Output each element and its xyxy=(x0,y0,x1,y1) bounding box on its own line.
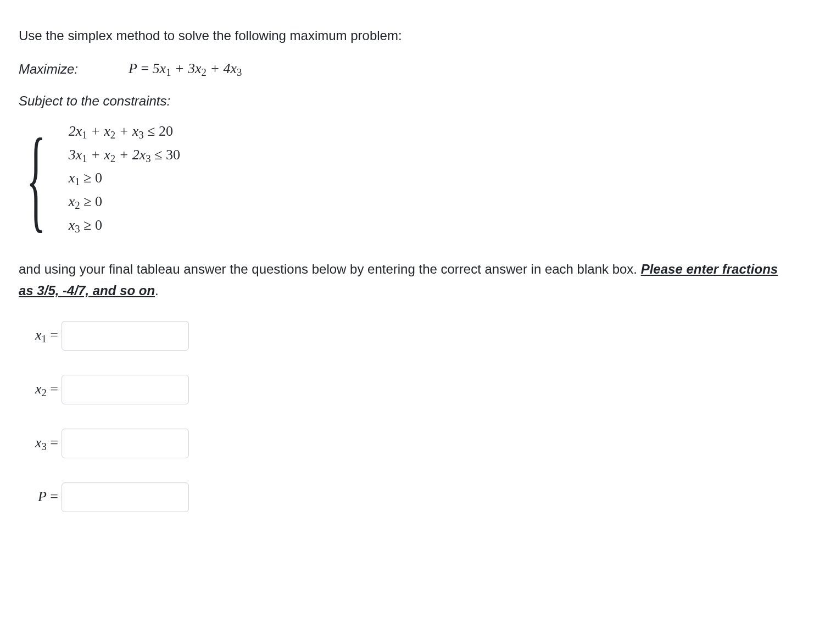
constraint-row: 3x1 + x2 + 2x3 ≤ 30 xyxy=(69,143,180,167)
c1-p2: + x xyxy=(87,147,110,163)
objective-lhs: P xyxy=(129,60,137,76)
obj-term-1: + 3x xyxy=(171,60,201,76)
constraints-list: 2x1 + x2 + x3 ≤ 20 3x1 + x2 + 2x3 ≤ 30 x… xyxy=(69,116,180,240)
a2-suf: = xyxy=(47,435,58,451)
c3-p0: x xyxy=(69,193,75,209)
left-brace-icon: { xyxy=(26,121,46,236)
a0-main: x xyxy=(35,327,42,343)
subject-to-label: Subject to the constraints: xyxy=(19,93,795,109)
c0-p0: 2x xyxy=(69,123,82,139)
constraint-row: x2 ≥ 0 xyxy=(69,190,180,214)
constraint-row: x1 ≥ 0 xyxy=(69,166,180,190)
c0-p6: ≤ 20 xyxy=(144,123,173,139)
c2-p1: 1 xyxy=(75,176,80,187)
c4-p2: ≥ 0 xyxy=(80,217,102,233)
c0-p3: 2 xyxy=(110,129,115,141)
c0-p5: 3 xyxy=(138,129,143,141)
x3-input[interactable] xyxy=(62,429,189,458)
c4-p0: x xyxy=(69,217,75,233)
c1-p4: + 2x xyxy=(115,147,146,163)
maximize-line: Maximize: P = 5x1 + 3x2 + 4x3 xyxy=(19,60,795,79)
c3-p1: 2 xyxy=(75,199,80,211)
answer-label-x2: x2 = xyxy=(19,381,58,399)
c0-p1: 1 xyxy=(82,129,87,141)
answer-row-x2: x2 = xyxy=(19,375,795,404)
a1-sub: 2 xyxy=(41,386,46,398)
instructions-text: and using your final tableau answer the … xyxy=(19,259,795,301)
obj-term-2: + 4x xyxy=(207,60,237,76)
obj-sub-2: 3 xyxy=(237,66,242,77)
problem-page: Use the simplex method to solve the foll… xyxy=(0,0,814,644)
constraint-row: x3 ≥ 0 xyxy=(69,214,180,237)
a0-sub: 1 xyxy=(41,332,46,344)
c1-p5: 3 xyxy=(146,153,150,164)
instructions-part2: . xyxy=(155,283,159,298)
instructions-part1: and using your final tableau answer the … xyxy=(19,262,641,276)
constraint-row: 2x1 + x2 + x3 ≤ 20 xyxy=(69,120,180,143)
c1-p6: ≤ 30 xyxy=(151,147,180,163)
a3-main: P xyxy=(38,488,47,504)
maximize-label: Maximize: xyxy=(19,62,78,77)
answer-label-x1: x1 = xyxy=(19,327,58,345)
a2-sub: 3 xyxy=(41,440,46,452)
x1-input[interactable] xyxy=(62,321,189,351)
a1-main: x xyxy=(35,381,42,397)
constraint-system: { 2x1 + x2 + x3 ≤ 20 3x1 + x2 + 2x3 ≤ 30… xyxy=(26,116,795,240)
objective-eq: = xyxy=(137,60,153,76)
c2-p2: ≥ 0 xyxy=(80,170,102,186)
a2-main: x xyxy=(35,435,42,451)
c3-p2: ≥ 0 xyxy=(80,193,102,209)
c0-p4: + x xyxy=(115,123,138,139)
p-input[interactable] xyxy=(62,482,189,512)
a3-suf: = xyxy=(47,488,58,504)
x2-input[interactable] xyxy=(62,375,189,404)
c1-p0: 3x xyxy=(69,147,82,163)
obj-term-0: 5x xyxy=(153,60,166,76)
obj-sub-1: 2 xyxy=(202,66,207,77)
answer-label-p: P = xyxy=(19,488,58,507)
c1-p1: 1 xyxy=(82,153,87,164)
answers-section: x1 = x2 = x3 = P = xyxy=(19,321,795,512)
c2-p0: x xyxy=(69,170,75,186)
c4-p1: 3 xyxy=(75,223,80,234)
c0-p2: + x xyxy=(87,123,110,139)
c1-p3: 2 xyxy=(110,153,115,164)
objective-function: P = 5x1 + 3x2 + 4x3 xyxy=(129,60,242,79)
answer-row-x1: x1 = xyxy=(19,321,795,351)
a1-suf: = xyxy=(47,381,58,397)
answer-row-x3: x3 = xyxy=(19,429,795,458)
answer-label-x3: x3 = xyxy=(19,435,58,453)
answer-row-p: P = xyxy=(19,482,795,512)
intro-text: Use the simplex method to solve the foll… xyxy=(19,26,795,45)
a0-suf: = xyxy=(47,327,58,343)
